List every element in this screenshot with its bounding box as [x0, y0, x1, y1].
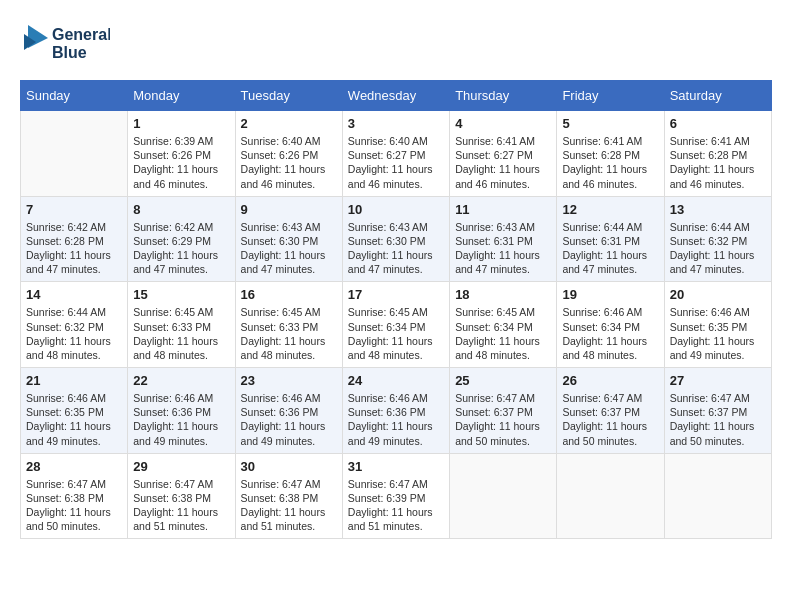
day-number: 12 — [562, 202, 658, 217]
day-info: Sunrise: 6:42 AMSunset: 6:28 PMDaylight:… — [26, 220, 122, 277]
calendar-table: SundayMondayTuesdayWednesdayThursdayFrid… — [20, 80, 772, 539]
calendar-cell: 3Sunrise: 6:40 AMSunset: 6:27 PMDaylight… — [342, 111, 449, 197]
day-info: Sunrise: 6:39 AMSunset: 6:26 PMDaylight:… — [133, 134, 229, 191]
day-info: Sunrise: 6:45 AMSunset: 6:34 PMDaylight:… — [348, 305, 444, 362]
header-day-sunday: Sunday — [21, 81, 128, 111]
day-number: 16 — [241, 287, 337, 302]
calendar-cell: 11Sunrise: 6:43 AMSunset: 6:31 PMDayligh… — [450, 196, 557, 282]
day-info: Sunrise: 6:40 AMSunset: 6:26 PMDaylight:… — [241, 134, 337, 191]
calendar-cell: 26Sunrise: 6:47 AMSunset: 6:37 PMDayligh… — [557, 368, 664, 454]
logo: GeneralBlue — [20, 20, 110, 64]
day-info: Sunrise: 6:45 AMSunset: 6:34 PMDaylight:… — [455, 305, 551, 362]
day-info: Sunrise: 6:44 AMSunset: 6:32 PMDaylight:… — [26, 305, 122, 362]
svg-text:General: General — [52, 26, 110, 43]
day-number: 10 — [348, 202, 444, 217]
calendar-cell: 19Sunrise: 6:46 AMSunset: 6:34 PMDayligh… — [557, 282, 664, 368]
calendar-cell: 5Sunrise: 6:41 AMSunset: 6:28 PMDaylight… — [557, 111, 664, 197]
calendar-week-4: 21Sunrise: 6:46 AMSunset: 6:35 PMDayligh… — [21, 368, 772, 454]
calendar-cell: 25Sunrise: 6:47 AMSunset: 6:37 PMDayligh… — [450, 368, 557, 454]
calendar-cell — [21, 111, 128, 197]
calendar-week-5: 28Sunrise: 6:47 AMSunset: 6:38 PMDayligh… — [21, 453, 772, 539]
day-info: Sunrise: 6:40 AMSunset: 6:27 PMDaylight:… — [348, 134, 444, 191]
calendar-cell: 14Sunrise: 6:44 AMSunset: 6:32 PMDayligh… — [21, 282, 128, 368]
calendar-cell: 24Sunrise: 6:46 AMSunset: 6:36 PMDayligh… — [342, 368, 449, 454]
day-number: 17 — [348, 287, 444, 302]
day-number: 22 — [133, 373, 229, 388]
day-number: 11 — [455, 202, 551, 217]
day-number: 14 — [26, 287, 122, 302]
header-day-tuesday: Tuesday — [235, 81, 342, 111]
day-number: 19 — [562, 287, 658, 302]
day-info: Sunrise: 6:44 AMSunset: 6:31 PMDaylight:… — [562, 220, 658, 277]
calendar-cell: 6Sunrise: 6:41 AMSunset: 6:28 PMDaylight… — [664, 111, 771, 197]
day-info: Sunrise: 6:43 AMSunset: 6:31 PMDaylight:… — [455, 220, 551, 277]
calendar-cell: 7Sunrise: 6:42 AMSunset: 6:28 PMDaylight… — [21, 196, 128, 282]
calendar-week-1: 1Sunrise: 6:39 AMSunset: 6:26 PMDaylight… — [21, 111, 772, 197]
general-blue-logo: GeneralBlue — [20, 20, 110, 64]
day-info: Sunrise: 6:47 AMSunset: 6:38 PMDaylight:… — [133, 477, 229, 534]
calendar-cell — [450, 453, 557, 539]
day-number: 1 — [133, 116, 229, 131]
day-info: Sunrise: 6:46 AMSunset: 6:35 PMDaylight:… — [26, 391, 122, 448]
day-number: 15 — [133, 287, 229, 302]
header-day-saturday: Saturday — [664, 81, 771, 111]
day-number: 30 — [241, 459, 337, 474]
calendar-cell: 4Sunrise: 6:41 AMSunset: 6:27 PMDaylight… — [450, 111, 557, 197]
day-number: 20 — [670, 287, 766, 302]
header-day-monday: Monday — [128, 81, 235, 111]
day-number: 26 — [562, 373, 658, 388]
calendar-week-2: 7Sunrise: 6:42 AMSunset: 6:28 PMDaylight… — [21, 196, 772, 282]
calendar-cell: 17Sunrise: 6:45 AMSunset: 6:34 PMDayligh… — [342, 282, 449, 368]
calendar-cell: 12Sunrise: 6:44 AMSunset: 6:31 PMDayligh… — [557, 196, 664, 282]
calendar-cell: 15Sunrise: 6:45 AMSunset: 6:33 PMDayligh… — [128, 282, 235, 368]
calendar-cell: 13Sunrise: 6:44 AMSunset: 6:32 PMDayligh… — [664, 196, 771, 282]
calendar-cell: 2Sunrise: 6:40 AMSunset: 6:26 PMDaylight… — [235, 111, 342, 197]
day-info: Sunrise: 6:46 AMSunset: 6:36 PMDaylight:… — [133, 391, 229, 448]
day-info: Sunrise: 6:47 AMSunset: 6:39 PMDaylight:… — [348, 477, 444, 534]
calendar-cell: 18Sunrise: 6:45 AMSunset: 6:34 PMDayligh… — [450, 282, 557, 368]
day-number: 21 — [26, 373, 122, 388]
page-header: GeneralBlue — [20, 20, 772, 64]
day-number: 3 — [348, 116, 444, 131]
calendar-cell: 22Sunrise: 6:46 AMSunset: 6:36 PMDayligh… — [128, 368, 235, 454]
calendar-cell: 30Sunrise: 6:47 AMSunset: 6:38 PMDayligh… — [235, 453, 342, 539]
calendar-cell: 1Sunrise: 6:39 AMSunset: 6:26 PMDaylight… — [128, 111, 235, 197]
day-info: Sunrise: 6:47 AMSunset: 6:37 PMDaylight:… — [562, 391, 658, 448]
calendar-cell: 20Sunrise: 6:46 AMSunset: 6:35 PMDayligh… — [664, 282, 771, 368]
calendar-cell — [664, 453, 771, 539]
day-info: Sunrise: 6:43 AMSunset: 6:30 PMDaylight:… — [241, 220, 337, 277]
calendar-cell: 8Sunrise: 6:42 AMSunset: 6:29 PMDaylight… — [128, 196, 235, 282]
day-number: 5 — [562, 116, 658, 131]
calendar-cell — [557, 453, 664, 539]
calendar-cell: 10Sunrise: 6:43 AMSunset: 6:30 PMDayligh… — [342, 196, 449, 282]
day-number: 24 — [348, 373, 444, 388]
calendar-week-3: 14Sunrise: 6:44 AMSunset: 6:32 PMDayligh… — [21, 282, 772, 368]
day-number: 31 — [348, 459, 444, 474]
header-day-wednesday: Wednesday — [342, 81, 449, 111]
day-number: 29 — [133, 459, 229, 474]
day-number: 13 — [670, 202, 766, 217]
day-info: Sunrise: 6:47 AMSunset: 6:37 PMDaylight:… — [670, 391, 766, 448]
calendar-cell: 23Sunrise: 6:46 AMSunset: 6:36 PMDayligh… — [235, 368, 342, 454]
day-number: 2 — [241, 116, 337, 131]
day-info: Sunrise: 6:43 AMSunset: 6:30 PMDaylight:… — [348, 220, 444, 277]
day-number: 9 — [241, 202, 337, 217]
day-info: Sunrise: 6:47 AMSunset: 6:37 PMDaylight:… — [455, 391, 551, 448]
day-info: Sunrise: 6:42 AMSunset: 6:29 PMDaylight:… — [133, 220, 229, 277]
day-info: Sunrise: 6:46 AMSunset: 6:36 PMDaylight:… — [241, 391, 337, 448]
calendar-cell: 27Sunrise: 6:47 AMSunset: 6:37 PMDayligh… — [664, 368, 771, 454]
day-info: Sunrise: 6:47 AMSunset: 6:38 PMDaylight:… — [26, 477, 122, 534]
day-info: Sunrise: 6:41 AMSunset: 6:28 PMDaylight:… — [670, 134, 766, 191]
calendar-cell: 31Sunrise: 6:47 AMSunset: 6:39 PMDayligh… — [342, 453, 449, 539]
day-number: 6 — [670, 116, 766, 131]
day-info: Sunrise: 6:46 AMSunset: 6:36 PMDaylight:… — [348, 391, 444, 448]
day-number: 4 — [455, 116, 551, 131]
svg-text:Blue: Blue — [52, 44, 87, 61]
day-info: Sunrise: 6:47 AMSunset: 6:38 PMDaylight:… — [241, 477, 337, 534]
day-info: Sunrise: 6:45 AMSunset: 6:33 PMDaylight:… — [133, 305, 229, 362]
calendar-cell: 9Sunrise: 6:43 AMSunset: 6:30 PMDaylight… — [235, 196, 342, 282]
day-number: 23 — [241, 373, 337, 388]
day-number: 7 — [26, 202, 122, 217]
day-info: Sunrise: 6:41 AMSunset: 6:27 PMDaylight:… — [455, 134, 551, 191]
header-day-thursday: Thursday — [450, 81, 557, 111]
